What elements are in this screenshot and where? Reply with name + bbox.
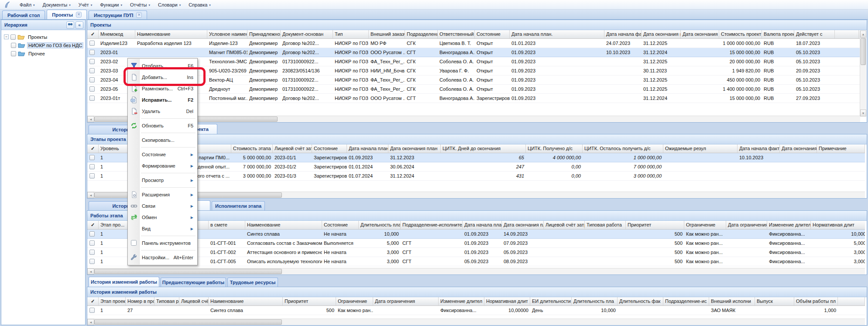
table-row[interactable]: 1еденной опыт...7 000 000,002023-01/2Зар…: [87, 162, 865, 172]
column-header[interactable]: Ожидаемые резул: [663, 144, 738, 153]
column-header[interactable]: Ограничение: [684, 221, 726, 229]
table-row[interactable]: 101-СГТ-001Согласовать состав с Заказчик…: [87, 239, 865, 248]
menu-item-панель-инструментов[interactable]: Панель инструментов: [128, 237, 197, 249]
column-header[interactable]: Приоритет: [626, 221, 684, 229]
column-header[interactable]: Длительность план▼: [359, 221, 401, 229]
menu-item-состояние[interactable]: Состояние▶: [128, 149, 197, 160]
menu-documents[interactable]: Документы▾: [39, 1, 75, 9]
collapse-icon[interactable]: «: [75, 21, 83, 29]
column-header[interactable]: Внешний заказчик: [369, 30, 405, 38]
column-header[interactable]: Условное наименова: [207, 30, 247, 38]
menu-item-исправить-[interactable]: Исправить...F2: [128, 94, 197, 106]
column-header[interactable]: Наименование: [245, 221, 322, 229]
tab-история-изменений-работы[interactable]: История изменений работы: [89, 277, 159, 287]
column-header[interactable]: Длительность фак: [618, 297, 663, 305]
menu-item-размножить-[interactable]: Размножить...Ctrl+F3: [128, 83, 197, 94]
row-checkbox[interactable]: [89, 173, 95, 178]
column-header[interactable]: Внешний исполни: [709, 297, 755, 305]
column-header[interactable]: Дата начала план: [347, 144, 388, 153]
tree-item-other[interactable]: Прочее: [1, 49, 85, 58]
tab-projects[interactable]: Проекты✕: [47, 10, 87, 19]
scrollbar-thumb[interactable]: [94, 269, 282, 274]
column-header[interactable]: Дата ограничения: [373, 297, 439, 305]
column-header[interactable]: Примечание: [817, 144, 865, 153]
menu-item-расширения[interactable]: Расширения▶: [128, 189, 197, 200]
row-checkbox[interactable]: [89, 41, 95, 46]
column-header[interactable]: Состояние: [322, 221, 359, 229]
column-header[interactable]: ЕИ длительности: [530, 297, 572, 305]
row-checkbox[interactable]: [89, 240, 95, 246]
menu-help[interactable]: Справка▾: [185, 1, 215, 9]
column-header[interactable]: Стоимость проект: [719, 30, 762, 38]
tree-item-projects[interactable]: − Проекты: [1, 33, 85, 41]
close-icon[interactable]: ✕: [76, 12, 82, 17]
column-header[interactable]: Типовая работа: [154, 297, 179, 305]
column-header[interactable]: Наименование: [135, 30, 207, 38]
table-row[interactable]: 2023-03905-U020-23/269Демопример230823/0…: [87, 66, 860, 75]
column-header[interactable]: Действует с: [794, 30, 835, 38]
table-row[interactable]: 1Синтез сплаваНе начата10,00001.09.20231…: [87, 230, 865, 239]
scroll-up-icon[interactable]: ▲: [860, 31, 866, 38]
column-header[interactable]: Нормативная длит: [484, 297, 530, 305]
column-header[interactable]: Валюта проекта: [762, 30, 794, 38]
row-checkbox[interactable]: [89, 50, 95, 55]
row-checkbox[interactable]: [89, 250, 95, 255]
column-header[interactable]: Номер в проекте: [126, 297, 154, 305]
tab-трудовые-ресурсы[interactable]: Трудовые ресурсы: [227, 278, 278, 287]
tree-item-niokr-goz[interactable]: НИОКР по ГОЗ без НДС: [1, 41, 85, 49]
tree-checkbox[interactable]: [11, 43, 16, 48]
tree-checkbox[interactable]: [11, 51, 16, 56]
row-checkbox[interactable]: [89, 231, 95, 237]
column-header[interactable]: Дата окончания ф: [681, 30, 719, 38]
column-header[interactable]: Документ-основан: [281, 30, 333, 38]
table-row[interactable]: Изделие123Разработка изделия 123Изделие-…: [87, 39, 860, 48]
tab-исполнители-этапа[interactable]: Исполнители этапа: [212, 201, 265, 210]
column-header[interactable]: Ограничение: [336, 297, 373, 305]
column-header[interactable]: ЦИТК. Получено д/с: [526, 144, 583, 153]
column-header[interactable]: ЦИТК. Дней до окончания: [441, 144, 526, 153]
column-header[interactable]: Состояние: [475, 30, 510, 38]
tree-checkbox[interactable]: [10, 34, 16, 40]
menu-item-формирование[interactable]: Формирование▶: [128, 160, 197, 172]
column-header[interactable]: Дата окончания п: [642, 30, 681, 38]
column-header[interactable]: Принадлежность: [247, 30, 281, 38]
column-header[interactable]: Изменение длител: [439, 297, 484, 305]
scroll-left-icon[interactable]: ◄: [87, 192, 94, 198]
menu-accounting[interactable]: Учёт▾: [75, 1, 96, 9]
table-row[interactable]: 2023-01тПостоянный маг...ДемопримерДогов…: [87, 94, 860, 103]
table-row[interactable]: 2023-05ДредноутДемопример017310000922...…: [87, 85, 860, 94]
column-header[interactable]: Длительность пла: [572, 297, 618, 305]
column-header[interactable]: Дата начала план.: [510, 30, 604, 38]
menu-item-скопировать-[interactable]: Скопировать...: [128, 134, 197, 146]
column-header[interactable]: Объём работы пл: [794, 297, 838, 305]
column-header[interactable]: ✓: [87, 221, 99, 229]
column-header[interactable]: Ответственный: [438, 30, 475, 38]
table-row[interactable]: 2023-02Технология-ЭМСДемопример017310000…: [87, 57, 860, 66]
column-header[interactable]: Лицевой счёт затр: [179, 297, 209, 305]
menu-item-просмотр[interactable]: Просмотр▶: [128, 175, 197, 186]
row-checkbox[interactable]: [89, 259, 95, 264]
scrollbar-thumb[interactable]: [861, 38, 866, 65]
menu-item-добавить-[interactable]: Добавить...Ins: [128, 72, 197, 83]
column-header[interactable]: Лицевой счёт затрат: [273, 144, 312, 153]
scroll-down-icon[interactable]: ▼: [860, 110, 866, 117]
column-header[interactable]: Этап про...: [99, 221, 131, 229]
column-header[interactable]: Наименование: [209, 297, 283, 305]
column-header[interactable]: ✓: [87, 30, 99, 38]
menu-item-настройки-[interactable]: Настройки...Alt+Enter: [128, 252, 197, 263]
scrollbar-thumb[interactable]: [94, 319, 282, 325]
column-header[interactable]: Подразделение-исполнитель..: [401, 221, 463, 229]
column-header[interactable]: Мнемокод: [99, 30, 135, 38]
column-header[interactable]: Выпуск: [755, 297, 794, 305]
column-header[interactable]: ✓: [87, 297, 99, 305]
horizontal-scrollbar[interactable]: ◄: [87, 268, 865, 275]
column-header[interactable]: Дата окончания план: [502, 221, 544, 229]
column-header[interactable]: Этап проекта: [99, 297, 126, 305]
table-row[interactable]: 1501-СГТ-005Описать используемую техноло…: [87, 257, 865, 266]
row-checkbox[interactable]: [89, 59, 95, 64]
column-header[interactable]: Состояние: [312, 144, 347, 153]
table-row[interactable]: 1кого отчета с ...3 000 000,002023-01/3З…: [87, 172, 865, 181]
column-header[interactable]: Дата начала план.: [463, 221, 502, 229]
menu-item-вид[interactable]: Вид▶: [128, 223, 197, 234]
menu-item-удалить[interactable]: УдалитьDel: [128, 106, 197, 117]
